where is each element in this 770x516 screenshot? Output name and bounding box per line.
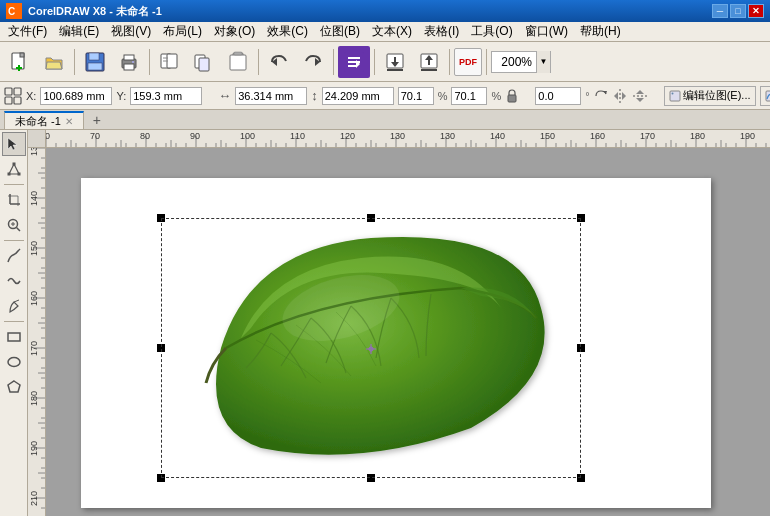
rotate-icon — [594, 86, 608, 106]
tab-doc1-label: 未命名 -1 — [15, 114, 61, 129]
upload-button[interactable] — [413, 46, 445, 78]
lock-ratio-button[interactable] — [505, 86, 519, 106]
main-toolbar: PDF 200% ▼ — [0, 42, 770, 82]
y-input[interactable] — [130, 87, 202, 105]
height-icon: ↕ — [311, 88, 318, 103]
document-page — [81, 178, 711, 508]
prepare-button[interactable] — [154, 46, 186, 78]
window-title: CorelDRAW X8 - 未命名 -1 — [28, 4, 712, 19]
menu-object[interactable]: 对象(O) — [208, 21, 261, 42]
menu-help[interactable]: 帮助(H) — [574, 21, 627, 42]
handle-br[interactable] — [577, 474, 585, 482]
menu-edit[interactable]: 编辑(E) — [53, 21, 105, 42]
handle-bc[interactable] — [367, 474, 375, 482]
menu-layout[interactable]: 布局(L) — [157, 21, 208, 42]
svg-rect-12 — [132, 61, 134, 63]
tool-smart[interactable] — [2, 269, 26, 293]
zoom-combo[interactable]: 200% ▼ — [491, 51, 551, 73]
left-toolbar — [0, 130, 28, 516]
svg-rect-21 — [234, 52, 242, 55]
mirror-h-button[interactable] — [612, 86, 628, 106]
svg-marker-45 — [622, 92, 626, 100]
zoom-input[interactable]: 200% — [492, 55, 536, 69]
svg-rect-41 — [508, 95, 516, 102]
canvas-content[interactable] — [46, 148, 770, 516]
svg-rect-7 — [89, 53, 99, 60]
svg-text:C: C — [8, 6, 15, 17]
toolbar-separator-7 — [486, 49, 487, 75]
svg-rect-18 — [199, 58, 209, 71]
maximize-button[interactable]: □ — [730, 4, 746, 18]
svg-rect-54 — [12, 163, 15, 166]
print-button[interactable] — [113, 46, 145, 78]
paste-button[interactable] — [222, 46, 254, 78]
tab-add-button[interactable]: + — [88, 111, 106, 129]
copy-button[interactable] — [188, 46, 220, 78]
tool-shape[interactable] — [2, 157, 26, 181]
open-button[interactable] — [38, 46, 70, 78]
tool-rectangle[interactable] — [2, 325, 26, 349]
tool-select[interactable] — [2, 132, 26, 156]
mirror-v-button[interactable] — [632, 86, 648, 106]
handle-ml[interactable] — [157, 344, 165, 352]
menu-tools[interactable]: 工具(O) — [465, 21, 518, 42]
handle-tr[interactable] — [577, 214, 585, 222]
handle-mr[interactable] — [577, 344, 585, 352]
edit-bitmap-button[interactable]: 编辑位图(E)... — [664, 86, 756, 106]
handle-tc[interactable] — [367, 214, 375, 222]
width-input[interactable] — [235, 87, 307, 105]
svg-rect-38 — [14, 88, 21, 95]
undo-button[interactable] — [263, 46, 295, 78]
menu-table[interactable]: 表格(I) — [418, 21, 465, 42]
scale-y-input[interactable] — [451, 87, 487, 105]
trace-bitmap-button[interactable]: 描摹位图(I)▼ — [760, 86, 770, 106]
menu-bitmaps[interactable]: 位图(B) — [314, 21, 366, 42]
new-button[interactable] — [4, 46, 36, 78]
redo-button[interactable] — [297, 46, 329, 78]
tab-doc1[interactable]: 未命名 -1 ✕ — [4, 111, 84, 129]
scale-x-input[interactable] — [398, 87, 434, 105]
menu-file[interactable]: 文件(F) — [2, 21, 53, 42]
canvas-area[interactable] — [28, 130, 770, 516]
scale-y-unit: % — [491, 90, 501, 102]
svg-rect-8 — [88, 63, 102, 70]
leaf-object[interactable] — [161, 218, 581, 478]
toolbar-separator-2 — [149, 49, 150, 75]
svg-rect-14 — [167, 54, 177, 68]
minimize-button[interactable]: ─ — [712, 4, 728, 18]
save-button[interactable] — [79, 46, 111, 78]
tool-ellipse[interactable] — [2, 350, 26, 374]
angle-unit: ° — [585, 90, 589, 102]
svg-marker-47 — [636, 90, 644, 94]
toolbar-separator-4 — [333, 49, 334, 75]
menu-window[interactable]: 窗口(W) — [519, 21, 574, 42]
center-marker — [366, 343, 376, 353]
window-controls[interactable]: ─ □ ✕ — [712, 4, 764, 18]
download-button[interactable] — [379, 46, 411, 78]
import-export-button[interactable] — [338, 46, 370, 78]
svg-line-64 — [19, 249, 20, 250]
svg-rect-40 — [14, 97, 21, 104]
toolbar-separator-6 — [449, 49, 450, 75]
menu-effects[interactable]: 效果(C) — [261, 21, 314, 42]
angle-input[interactable] — [535, 87, 581, 105]
tab-bar: 未命名 -1 ✕ + — [0, 110, 770, 130]
x-input[interactable] — [40, 87, 112, 105]
svg-marker-48 — [636, 98, 644, 102]
tool-crop[interactable] — [2, 188, 26, 212]
menu-text[interactable]: 文本(X) — [366, 21, 418, 42]
zoom-dropdown-button[interactable]: ▼ — [536, 51, 550, 73]
handle-tl[interactable] — [157, 214, 165, 222]
menu-view[interactable]: 视图(V) — [105, 21, 157, 42]
height-input[interactable] — [322, 87, 394, 105]
close-button[interactable]: ✕ — [748, 4, 764, 18]
tool-freehand[interactable] — [2, 244, 26, 268]
tool-pen[interactable] — [2, 294, 26, 318]
tab-doc1-close[interactable]: ✕ — [65, 116, 73, 127]
main-area — [0, 130, 770, 516]
app-logo: C — [6, 3, 22, 19]
tool-polygon[interactable] — [2, 375, 26, 399]
handle-bl[interactable] — [157, 474, 165, 482]
tool-zoom[interactable] — [2, 213, 26, 237]
pdf-button[interactable]: PDF — [454, 48, 482, 76]
